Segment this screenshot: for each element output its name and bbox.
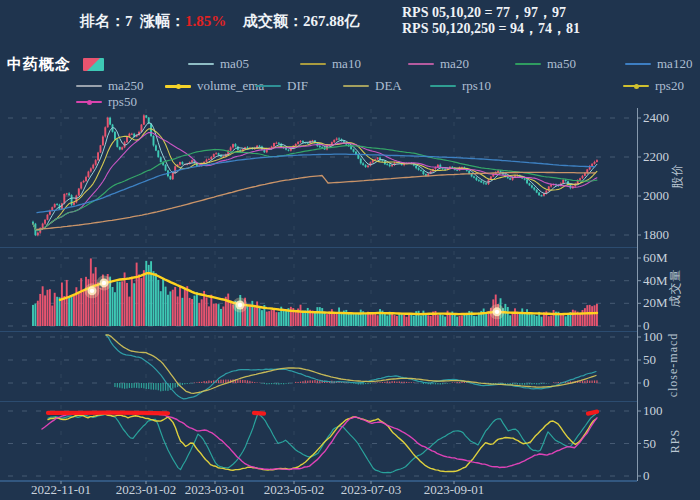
legend-label: ma250	[108, 78, 143, 94]
x-axis-date: 2023-07-03	[329, 482, 413, 498]
legend-item-volume-ema[interactable]: volume_ema	[165, 78, 264, 94]
legend-item-ma05[interactable]: ma05	[188, 56, 249, 72]
page-title: 中药概念	[7, 55, 71, 74]
line-swatch-icon	[623, 85, 649, 87]
turnover-value: 267.88亿	[303, 13, 359, 29]
price-tick: 2000	[643, 187, 669, 204]
change-stat: 涨幅：1.85%	[140, 12, 226, 31]
legend-item-ma250[interactable]: ma250	[76, 78, 143, 94]
legend-item-rps20[interactable]: rps20	[623, 78, 684, 94]
rps-line-1: RPS 05,10,20 = 77，97，97	[402, 5, 580, 21]
macd-tick: 50	[643, 351, 656, 368]
x-axis-date: 2023-05-02	[252, 482, 336, 498]
change-value: 1.85%	[185, 13, 226, 29]
volume-tick: 20M	[643, 294, 668, 311]
rank-value: 7	[125, 13, 133, 29]
change-label: 涨幅：	[140, 13, 185, 29]
legend-item-rps10[interactable]: rps10	[430, 78, 491, 94]
turnover-label: 成交额：	[243, 13, 303, 29]
x-axis-date: 2023-03-01	[173, 482, 257, 498]
rank-stat: 排名：7	[80, 12, 133, 31]
legend-item-dea[interactable]: DEA	[343, 78, 402, 94]
legend-label: ma10	[332, 56, 361, 72]
price-tick: 2200	[643, 148, 669, 165]
legend-label: DIF	[287, 78, 308, 94]
line-swatch-icon	[408, 63, 434, 65]
legend-label: rps10	[462, 78, 491, 94]
line-swatch-icon	[343, 85, 369, 87]
legend-label: ma50	[547, 56, 576, 72]
rps-axis-label: RPS	[668, 386, 682, 496]
line-swatch-icon	[76, 85, 102, 87]
x-axis-date: 2022-11-01	[19, 482, 103, 498]
rps-tick: 100	[643, 402, 663, 419]
legend-label: rps20	[655, 78, 684, 94]
legend-item-ma10[interactable]: ma10	[300, 56, 361, 72]
rps-tick: 0	[643, 467, 650, 484]
line-swatch-icon	[255, 85, 281, 87]
legend-item-candle[interactable]	[83, 56, 110, 72]
rps-line-2: RPS 50,120,250 = 94，74，81	[402, 21, 580, 37]
line-swatch-icon	[76, 101, 102, 103]
legend-label: rps50	[108, 94, 137, 110]
rank-label: 排名：	[80, 13, 125, 29]
stock-chart-app: 排名：7 涨幅：1.85% 成交额：267.88亿 RPS 05,10,20 =…	[0, 0, 700, 500]
turnover-stat: 成交额：267.88亿	[243, 12, 359, 31]
price-tick: 1800	[643, 226, 669, 243]
legend-item-ma120[interactable]: ma120	[625, 56, 692, 72]
legend-item-ma50[interactable]: ma50	[515, 56, 576, 72]
line-swatch-icon	[300, 63, 326, 65]
price-tick: 2400	[643, 109, 669, 126]
candlestick-icon	[83, 58, 104, 71]
legend-item-ma20[interactable]: ma20	[408, 56, 469, 72]
line-swatch-icon	[430, 85, 456, 87]
volume-tick: 40M	[643, 272, 668, 289]
price-axis-label: 股价	[670, 121, 684, 231]
macd-tick: 0	[643, 374, 650, 391]
rps-tick: 50	[643, 435, 656, 452]
legend-label: ma05	[220, 56, 249, 72]
volume-tick: 60M	[643, 249, 668, 266]
chart-canvas[interactable]	[0, 0, 700, 500]
legend-label: ma120	[657, 56, 692, 72]
macd-tick: 100	[643, 328, 663, 345]
x-axis-date: 2023-09-01	[412, 482, 496, 498]
legend-item-rps50[interactable]: rps50	[76, 94, 137, 110]
legend-label: DEA	[375, 78, 402, 94]
line-swatch-icon	[515, 63, 541, 65]
rps-summary: RPS 05,10,20 = 77，97，97 RPS 50,120,250 =…	[402, 5, 580, 37]
legend-item-dif[interactable]: DIF	[255, 78, 308, 94]
legend-label: ma20	[440, 56, 469, 72]
line-swatch-icon	[165, 85, 191, 88]
line-swatch-icon	[625, 63, 651, 65]
line-swatch-icon	[188, 63, 214, 65]
